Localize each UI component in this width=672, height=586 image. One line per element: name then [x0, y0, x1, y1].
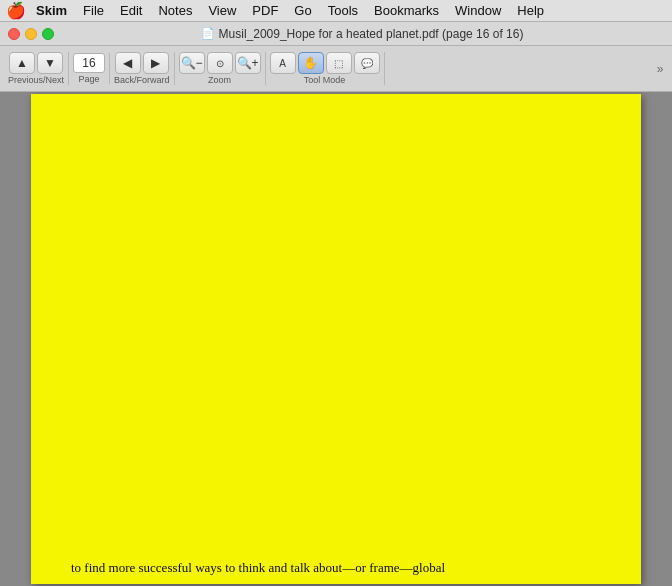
pdf-menu[interactable]: PDF — [244, 0, 286, 21]
file-menu[interactable]: File — [75, 0, 112, 21]
zoom-actual-button[interactable]: ⊙ — [207, 52, 233, 74]
page-input[interactable] — [73, 53, 105, 73]
zoom-actual-icon: ⊙ — [216, 58, 224, 69]
toolbar-overflow-button[interactable]: » — [652, 46, 668, 92]
up-arrow-icon: ▲ — [16, 56, 28, 70]
menubar: 🍎 Skim File Edit Notes View PDF Go Tools… — [0, 0, 672, 22]
previous-button[interactable]: ▲ — [9, 52, 35, 74]
page-label: Page — [79, 74, 100, 84]
forward-button[interactable]: ▶ — [143, 52, 169, 74]
annotation-tool[interactable]: 💬 — [354, 52, 380, 74]
hand-tool[interactable]: ✋ — [298, 52, 324, 74]
left-arrow-icon: ◀ — [123, 56, 132, 70]
pdf-page: to find more successful ways to think an… — [31, 94, 641, 584]
notes-menu[interactable]: Notes — [150, 0, 200, 21]
pdf-viewport[interactable]: to find more successful ways to think an… — [0, 92, 672, 586]
apple-menu[interactable]: 🍎 — [4, 1, 28, 20]
tool-mode-label: Tool Mode — [304, 75, 346, 85]
edit-menu[interactable]: Edit — [112, 0, 150, 21]
prev-next-label: Previous/Next — [8, 75, 64, 85]
tool-mode-group: A ✋ ⬚ 💬 Tool Mode — [266, 52, 385, 85]
zoom-out-button[interactable]: 🔍− — [179, 52, 205, 74]
traffic-lights — [8, 28, 54, 40]
titlebar: 📄 Musil_2009_Hope for a heated planet.pd… — [0, 22, 672, 46]
view-menu[interactable]: View — [200, 0, 244, 21]
bookmarks-menu[interactable]: Bookmarks — [366, 0, 447, 21]
go-menu[interactable]: Go — [286, 0, 319, 21]
zoom-in-icon: 🔍+ — [237, 56, 259, 70]
down-arrow-icon: ▼ — [44, 56, 56, 70]
zoom-in-button[interactable]: 🔍+ — [235, 52, 261, 74]
window-title: 📄 Musil_2009_Hope for a heated planet.pd… — [60, 27, 664, 41]
select-icon: ⬚ — [334, 58, 343, 69]
pdf-file-icon: 📄 — [201, 27, 215, 40]
select-text-tool[interactable]: A — [270, 52, 296, 74]
zoom-label: Zoom — [208, 75, 231, 85]
minimize-button[interactable] — [25, 28, 37, 40]
select-tool[interactable]: ⬚ — [326, 52, 352, 74]
tools-menu[interactable]: Tools — [320, 0, 366, 21]
back-forward-group: ◀ ▶ Back/Forward — [110, 52, 175, 85]
close-button[interactable] — [8, 28, 20, 40]
annotation-icon: 💬 — [361, 58, 373, 69]
maximize-button[interactable] — [42, 28, 54, 40]
help-menu[interactable]: Help — [509, 0, 552, 21]
hand-icon: ✋ — [303, 56, 318, 70]
back-button[interactable]: ◀ — [115, 52, 141, 74]
pdf-page-text: to find more successful ways to think an… — [31, 560, 641, 576]
right-arrow-icon: ▶ — [151, 56, 160, 70]
main-content: to find more successful ways to think an… — [0, 92, 672, 586]
window-menu[interactable]: Window — [447, 0, 509, 21]
back-forward-label: Back/Forward — [114, 75, 170, 85]
prev-next-group: ▲ ▼ Previous/Next — [4, 52, 69, 85]
page-group: Page — [69, 53, 110, 84]
zoom-out-icon: 🔍− — [181, 56, 203, 70]
next-button[interactable]: ▼ — [37, 52, 63, 74]
zoom-group: 🔍− ⊙ 🔍+ Zoom — [175, 52, 266, 85]
toolbar: ▲ ▼ Previous/Next Page ◀ ▶ Back/Forward — [0, 46, 672, 92]
document-title: Musil_2009_Hope for a heated planet.pdf … — [219, 27, 524, 41]
text-cursor-icon: A — [279, 58, 286, 69]
app-name-menu[interactable]: Skim — [28, 0, 75, 21]
